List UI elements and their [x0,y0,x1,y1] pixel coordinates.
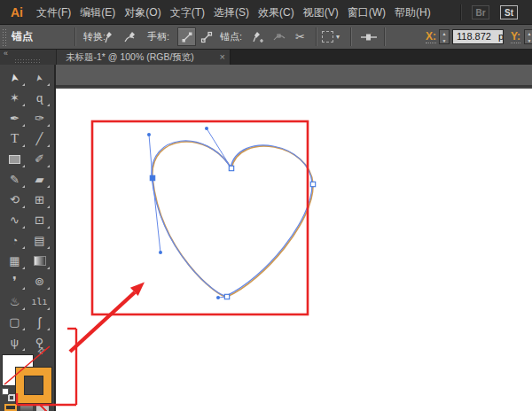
slice-tool[interactable]: ʃ [27,312,51,332]
selection-tool-icon: ➤ [9,72,21,82]
x-unit: p [498,31,504,42]
add-anchor-button[interactable] [248,27,267,46]
tab-strip: « 未标题-1* @ 100% (RGB/预览) × [0,50,532,65]
x-coordinate-input[interactable]: 118.872p [452,29,504,44]
menu-file[interactable]: 文件(F) [32,0,75,25]
cut-path-button[interactable]: ✂ [291,27,309,46]
convert-to-corner-button[interactable] [99,27,118,46]
width-tool[interactable]: ∿ [3,210,27,230]
anchors-label: 锚点: [220,25,242,49]
perspective-grid-tool-icon: ▤ [34,235,44,246]
separator [74,27,75,46]
graph-tool[interactable]: ılı [27,291,51,312]
artboard-tool[interactable]: ▢ [3,312,27,332]
shape-builder-tool-icon: ◔ [12,235,19,246]
convert-corner-icon [102,30,116,44]
magic-wand-tool[interactable]: ✶ [3,88,27,108]
rotate-tool-icon: ⟲ [10,194,20,206]
blend-tool-icon: ⊚ [35,275,44,287]
magic-wand-tool-icon: ✶ [10,92,20,104]
stepper-up-icon[interactable]: ▲ [525,30,532,37]
dropdown-arrow-icon: ▾ [336,33,340,41]
menu-help[interactable]: 帮助(H) [390,0,435,25]
stroke-swatch[interactable] [16,368,51,403]
hide-handles-button[interactable] [197,27,215,46]
artboard-canvas[interactable] [56,89,532,411]
x-stepper[interactable]: ▲ ▼ [439,29,450,44]
default-fill-stroke-icon[interactable] [2,388,15,401]
remove-anchor-icon [272,30,286,44]
rectangle-tool-icon [9,155,20,164]
stepper-up-icon[interactable]: ▲ [440,30,449,37]
scale-tool[interactable]: ⊞ [27,190,51,210]
isolate-selection-button[interactable]: ▾ [322,29,347,44]
menu-edit[interactable]: 编辑(E) [75,0,120,25]
blend-tool[interactable]: ⊚ [27,271,51,291]
mesh-tool-icon: ▦ [9,255,20,267]
stepper-down-icon[interactable]: ▼ [440,37,449,44]
gradient-button[interactable] [20,404,33,411]
separator [384,27,385,46]
convert-to-smooth-button[interactable] [121,27,139,46]
stepper-down-icon[interactable]: ▼ [525,37,532,44]
gradient-tool-icon [34,256,46,266]
color-button[interactable] [4,404,17,411]
handles-hide-icon [200,31,213,43]
paintbrush-tool[interactable]: ✐ [27,149,51,169]
pencil-tool-icon: ✎ [10,174,20,185]
close-tab-icon[interactable]: × [220,50,225,64]
shape-builder-tool[interactable]: ◔ [3,230,27,251]
menu-object[interactable]: 对象(O) [120,0,165,25]
menu-select[interactable]: 选择(S) [209,0,254,25]
slice-tool-icon: ʃ [38,315,41,329]
direct-selection-tool[interactable]: ➤ [27,67,51,88]
pencil-tool[interactable]: ✎ [3,169,27,190]
menu-view[interactable]: 视图(V) [299,0,343,25]
mini-stroke-icon [8,394,15,401]
free-transform-tool[interactable]: ⊡ [27,210,51,230]
selection-tool[interactable]: ➤ [3,67,27,88]
stock-button[interactable]: St [500,5,518,19]
perspective-grid-tool[interactable]: ▤ [27,230,51,251]
y-stepper[interactable]: ▲ ▼ [524,29,532,44]
mini-fill-icon [2,388,9,395]
transform-slider-button[interactable] [359,30,379,48]
none-button[interactable] [36,404,49,411]
document-tab[interactable]: 未标题-1* @ 100% (RGB/预览) × [57,50,231,65]
pen-tool-icon: ✒ [10,112,20,124]
menu-window[interactable]: 窗口(W) [343,0,390,25]
hand-tool-icon: ψ [11,337,19,348]
gradient-tool[interactable] [27,251,51,271]
rotate-tool[interactable]: ⟲ [3,190,27,210]
remove-anchor-button[interactable] [270,27,288,46]
handles-show-icon [181,31,193,43]
document-tab-title: 未标题-1* @ 100% (RGB/预览) [66,50,194,65]
curvature-tool-icon: ✑ [35,112,44,124]
mesh-tool[interactable]: ▦ [3,251,27,271]
eyedropper-tool[interactable]: ❜ [3,271,27,291]
collapse-panel-icon[interactable]: « [4,50,8,58]
separator [316,27,317,46]
panel-header-grip[interactable] [14,58,41,63]
rectangle-tool[interactable] [3,149,27,169]
bridge-button[interactable]: Br [472,5,489,19]
curvature-tool[interactable]: ✑ [27,108,51,128]
illustrator-logo[interactable]: Ai [4,2,30,23]
lasso-tool[interactable]: ɋ [27,88,51,108]
menu-type[interactable]: 文字(T) [166,0,209,25]
anchor-panel-label: 锚点 [12,25,33,49]
slider-icon [359,30,379,44]
line-segment-tool[interactable]: ╱ [27,128,51,149]
menubar-separator [460,4,461,20]
eraser-tool-icon: ▰ [35,174,44,185]
panel-grip-icon[interactable] [2,28,7,46]
symbol-sprayer-tool[interactable]: ♨ [3,291,27,312]
type-tool[interactable]: T [3,128,27,149]
hand-tool[interactable]: ψ [3,332,27,353]
direct-selection-tool-icon: ➤ [35,73,45,81]
pen-tool[interactable]: ✒ [3,108,27,128]
show-handles-button[interactable] [177,27,196,46]
eraser-tool[interactable]: ▰ [27,169,51,190]
menu-effect[interactable]: 效果(C) [254,0,299,25]
menu-bar: Ai 文件(F) 编辑(E) 对象(O) 文字(T) 选择(S) 效果(C) 视… [0,0,532,25]
